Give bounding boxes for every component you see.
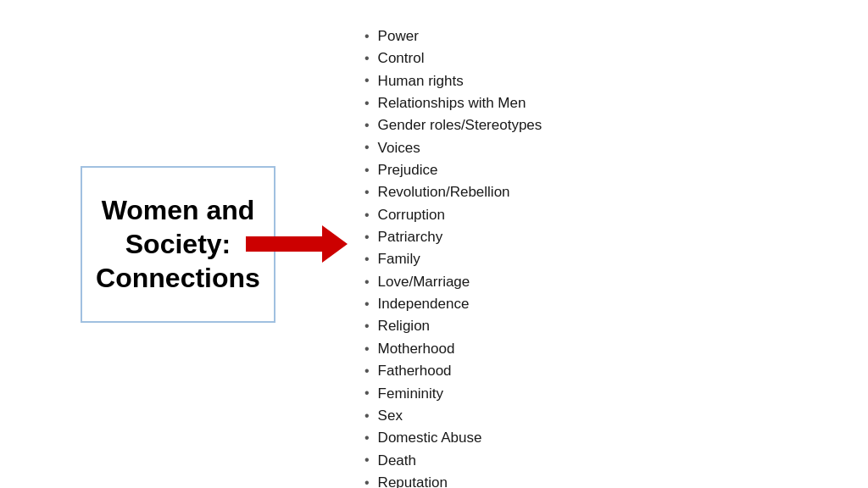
list-item: Reputation xyxy=(364,472,868,488)
list-item: Control xyxy=(364,47,868,69)
title-line3: Connections xyxy=(96,263,260,293)
list-item: Domestic Abuse xyxy=(364,427,868,449)
arrow-body xyxy=(246,236,322,252)
list-item: Prejudice xyxy=(364,159,868,181)
list-item: Independence xyxy=(364,293,868,315)
list-item: Relationships with Men xyxy=(364,92,868,114)
list-item: Religion xyxy=(364,315,868,337)
topics-list: PowerControlHuman rightsRelationships wi… xyxy=(364,25,868,488)
arrow-container xyxy=(246,225,348,263)
arrow-head xyxy=(322,225,348,263)
left-section: Women and Society: Connections xyxy=(0,17,356,471)
list-item: Femininity xyxy=(364,383,868,405)
list-item: Sex xyxy=(364,405,868,427)
list-item: Family xyxy=(364,248,868,270)
list-item: Love/Marriage xyxy=(364,271,868,293)
list-item: Voices xyxy=(364,137,868,159)
title-line1: Women and xyxy=(102,195,255,225)
slide-container: Women and Society: Connections PowerCont… xyxy=(0,0,868,488)
title-line2: Society: xyxy=(125,229,231,259)
list-item: Corruption xyxy=(364,204,868,226)
list-item: Revolution/Rebellion xyxy=(364,181,868,203)
title-text: Women and Society: Connections xyxy=(96,193,260,295)
list-item: Human rights xyxy=(364,70,868,92)
list-item: Fatherhood xyxy=(364,360,868,382)
arrow xyxy=(246,225,348,263)
right-section: PowerControlHuman rightsRelationships wi… xyxy=(356,17,868,488)
list-item: Patriarchy xyxy=(364,226,868,248)
list-item: Motherhood xyxy=(364,338,868,360)
list-item: Power xyxy=(364,25,868,47)
list-item: Death xyxy=(364,450,868,472)
list-item: Gender roles/Stereotypes xyxy=(364,114,868,136)
